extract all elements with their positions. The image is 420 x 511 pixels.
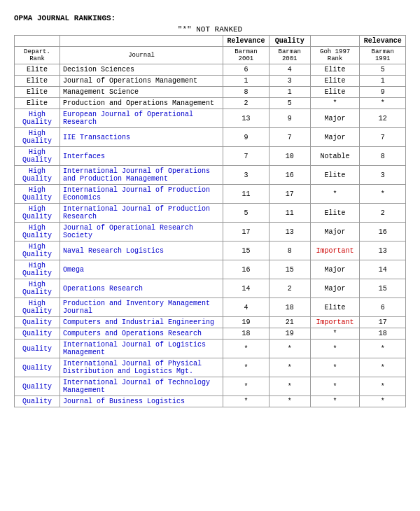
table-row: High QualityNaval Research Logistics158I… <box>15 241 406 260</box>
barman1991-cell: 18 <box>360 328 406 340</box>
journal-cell: Journal of Operations Management <box>60 76 223 87</box>
table-row: High QualityInternational Journal of Pro… <box>15 185 406 204</box>
not-ranked-label: "*" NOT RANKED <box>14 25 406 34</box>
goh1997-cell: Elite <box>310 64 360 76</box>
table-row: QualityInternational Journal of Technolo… <box>15 377 406 396</box>
relevance-barman2001-cell: 6 <box>223 64 270 76</box>
goh1997-cell: * <box>310 358 360 377</box>
barman1991-cell: 17 <box>360 317 406 328</box>
quality-barman2001-cell: 16 <box>269 166 310 185</box>
quality-barman2001-cell: 4 <box>269 64 310 76</box>
relevance-barman2001-cell: 11 <box>223 185 270 204</box>
table-row: High QualityInterfaces710Notable8 <box>15 147 406 166</box>
journal-cell: Production and Inventory Management Jour… <box>60 298 223 317</box>
goh1997-cell: Major <box>310 223 360 241</box>
table-row: QualityJournal of Business Logistics**** <box>15 396 406 407</box>
rank-cell: Elite <box>15 76 60 87</box>
relevance2-header: Relevance <box>360 36 406 47</box>
barman2001-q-header: Barman 2001 <box>269 47 310 64</box>
goh1997-cell: Important <box>310 317 360 328</box>
barman1991-cell: 7 <box>360 128 406 147</box>
journal-cell: International Journal of Production Rese… <box>60 204 223 223</box>
table-row: High QualityProduction and Inventory Man… <box>15 298 406 317</box>
relevance-header: Relevance <box>223 36 270 47</box>
barman1991-cell: * <box>360 98 406 109</box>
quality-barman2001-cell: 19 <box>269 328 310 340</box>
barman1991-cell: 8 <box>360 147 406 166</box>
quality-barman2001-cell: 11 <box>269 204 310 223</box>
goh1997-header: Goh 1997 Rank <box>310 47 360 64</box>
relevance-barman2001-cell: 13 <box>223 109 270 128</box>
barman1991-cell: * <box>360 358 406 377</box>
goh1997-cell: * <box>310 328 360 340</box>
rank-cell: High Quality <box>15 109 60 128</box>
goh1997-cell: Major <box>310 128 360 147</box>
rank-cell: Quality <box>15 358 60 377</box>
rank-cell: High Quality <box>15 279 60 298</box>
header-row-1: Relevance Quality Relevance <box>15 36 406 47</box>
relevance-barman2001-cell: 9 <box>223 128 270 147</box>
journal-cell: Management Science <box>60 87 223 98</box>
relevance-barman2001-cell: * <box>223 377 270 396</box>
dept-rank-header: Depart. Rank <box>15 47 60 64</box>
quality-barman2001-cell: 18 <box>269 298 310 317</box>
quality-barman2001-cell: 2 <box>269 279 310 298</box>
barman1991-header: Barman 1991 <box>360 47 406 64</box>
barman1991-cell: * <box>360 185 406 204</box>
relevance-barman2001-cell: 16 <box>223 260 270 279</box>
journal-cell: Journal of Operational Research Society <box>60 223 223 241</box>
rank-cell: Quality <box>15 328 60 340</box>
relevance-barman2001-cell: 15 <box>223 241 270 260</box>
col2-header <box>60 36 223 47</box>
quality-barman2001-cell: * <box>269 340 310 358</box>
quality-barman2001-cell: 21 <box>269 317 310 328</box>
goh1997-cell: * <box>310 185 360 204</box>
table-row: QualityComputers and Industrial Engineer… <box>15 317 406 328</box>
table-row: High QualityJournal of Operational Resea… <box>15 223 406 241</box>
journal-cell: Omega <box>60 260 223 279</box>
col5-header <box>310 36 360 47</box>
table-row: High QualityInternational Journal of Ope… <box>15 166 406 185</box>
rank-cell: High Quality <box>15 223 60 241</box>
journal-cell: International Journal of Operations and … <box>60 166 223 185</box>
quality-barman2001-cell: 3 <box>269 76 310 87</box>
goh1997-cell: Important <box>310 241 360 260</box>
table-row: QualityComputers and Operations Research… <box>15 328 406 340</box>
quality-barman2001-cell: 15 <box>269 260 310 279</box>
relevance-barman2001-cell: 18 <box>223 328 270 340</box>
table-row: EliteManagement Science81Elite9 <box>15 87 406 98</box>
journal-header: Journal <box>60 47 223 64</box>
rankings-table: Relevance Quality Relevance Depart. Rank… <box>14 35 406 407</box>
table-row: High QualityIIE Transactions97Major7 <box>15 128 406 147</box>
table-row: High QualityOperations Research142Major1… <box>15 279 406 298</box>
rank-cell: High Quality <box>15 147 60 166</box>
goh1997-cell: * <box>310 98 360 109</box>
goh1997-cell: * <box>310 377 360 396</box>
quality-barman2001-cell: * <box>269 377 310 396</box>
goh1997-cell: Notable <box>310 147 360 166</box>
barman1991-cell: 3 <box>360 166 406 185</box>
barman1991-cell: 15 <box>360 279 406 298</box>
goh1997-cell: Elite <box>310 87 360 98</box>
goh1997-cell: Elite <box>310 166 360 185</box>
rank-cell: Elite <box>15 64 60 76</box>
quality-header: Quality <box>269 36 310 47</box>
barman2001-r-header: Barman 2001 <box>223 47 270 64</box>
barman1991-cell: 13 <box>360 241 406 260</box>
rank-cell: Elite <box>15 87 60 98</box>
rank-cell: Quality <box>15 396 60 407</box>
barman1991-cell: 2 <box>360 204 406 223</box>
journal-cell: IIE Transactions <box>60 128 223 147</box>
goh1997-cell: Major <box>310 260 360 279</box>
relevance-barman2001-cell: * <box>223 358 270 377</box>
rank-cell: High Quality <box>15 185 60 204</box>
quality-barman2001-cell: 10 <box>269 147 310 166</box>
barman1991-cell: 6 <box>360 298 406 317</box>
rank-cell: High Quality <box>15 298 60 317</box>
rank-cell: Elite <box>15 98 60 109</box>
relevance-barman2001-cell: 1 <box>223 76 270 87</box>
rank-cell: Quality <box>15 340 60 358</box>
table-row: QualityInternational Journal of Logistic… <box>15 340 406 358</box>
relevance-barman2001-cell: * <box>223 396 270 407</box>
goh1997-cell: Major <box>310 109 360 128</box>
